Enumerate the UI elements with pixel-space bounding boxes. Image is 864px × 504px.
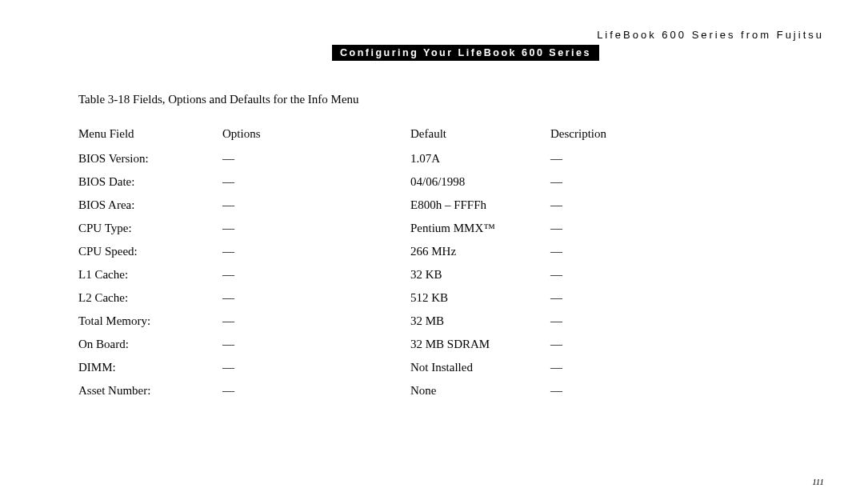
cell-description: — bbox=[550, 240, 726, 263]
cell-options: — bbox=[222, 379, 410, 402]
col-header-menu-field: Menu Field bbox=[78, 124, 222, 147]
cell-description: — bbox=[550, 194, 726, 217]
table-row: Total Memory:—32 MB— bbox=[78, 310, 726, 333]
cell-description: — bbox=[550, 379, 726, 402]
cell-default: None bbox=[410, 379, 550, 402]
table-body: BIOS Version:—1.07A—BIOS Date:—04/06/199… bbox=[78, 147, 726, 402]
cell-menu-field: L1 Cache: bbox=[78, 263, 222, 286]
table-row: CPU Speed:—266 MHz— bbox=[78, 240, 726, 263]
cell-default: 32 KB bbox=[410, 263, 550, 286]
table-row: On Board:—32 MB SDRAM— bbox=[78, 333, 726, 356]
col-header-default: Default bbox=[410, 124, 550, 147]
section-title-bar: Configuring Your LifeBook 600 Series bbox=[332, 45, 599, 61]
cell-menu-field: On Board: bbox=[78, 333, 222, 356]
cell-description: — bbox=[550, 286, 726, 310]
cell-description: — bbox=[550, 333, 726, 356]
cell-default: 32 MB SDRAM bbox=[410, 333, 550, 356]
cell-description: — bbox=[550, 147, 726, 170]
page-number: 111 bbox=[812, 477, 824, 486]
cell-menu-field: DIMM: bbox=[78, 356, 222, 379]
cell-default: 04/06/1998 bbox=[410, 170, 550, 194]
cell-options: — bbox=[222, 333, 410, 356]
col-header-description: Description bbox=[550, 124, 726, 147]
cell-default: Not Installed bbox=[410, 356, 550, 379]
cell-menu-field: Total Memory: bbox=[78, 310, 222, 333]
cell-menu-field: Asset Number: bbox=[78, 379, 222, 402]
cell-description: — bbox=[550, 170, 726, 194]
cell-menu-field: BIOS Version: bbox=[78, 147, 222, 170]
table-caption: Table 3-18 Fields, Options and Defaults … bbox=[78, 93, 824, 106]
cell-default: 1.07A bbox=[410, 147, 550, 170]
table-row: BIOS Version:—1.07A— bbox=[78, 147, 726, 170]
table-header-row: Menu Field Options Default Description bbox=[78, 124, 726, 147]
cell-menu-field: BIOS Area: bbox=[78, 194, 222, 217]
table-row: L1 Cache:—32 KB— bbox=[78, 263, 726, 286]
table-row: CPU Type:—Pentium MMX™— bbox=[78, 217, 726, 240]
cell-description: — bbox=[550, 217, 726, 240]
cell-options: — bbox=[222, 240, 410, 263]
cell-default: 266 MHz bbox=[410, 240, 550, 263]
cell-description: — bbox=[550, 310, 726, 333]
cell-description: — bbox=[550, 356, 726, 379]
cell-options: — bbox=[222, 356, 410, 379]
cell-menu-field: CPU Speed: bbox=[78, 240, 222, 263]
cell-default: E800h – FFFFh bbox=[410, 194, 550, 217]
table-row: BIOS Area:—E800h – FFFFh— bbox=[78, 194, 726, 217]
running-header: LifeBook 600 Series from Fujitsu bbox=[597, 29, 824, 41]
cell-default: 512 KB bbox=[410, 286, 550, 310]
cell-options: — bbox=[222, 194, 410, 217]
cell-menu-field: L2 Cache: bbox=[78, 286, 222, 310]
table-row: Asset Number:—None— bbox=[78, 379, 726, 402]
cell-options: — bbox=[222, 217, 410, 240]
cell-default: Pentium MMX™ bbox=[410, 217, 550, 240]
table-row: BIOS Date:—04/06/1998— bbox=[78, 170, 726, 194]
table-row: L2 Cache:—512 KB— bbox=[78, 286, 726, 310]
cell-options: — bbox=[222, 310, 410, 333]
cell-menu-field: CPU Type: bbox=[78, 217, 222, 240]
cell-default: 32 MB bbox=[410, 310, 550, 333]
cell-description: — bbox=[550, 263, 726, 286]
info-menu-table: Menu Field Options Default Description B… bbox=[78, 124, 726, 402]
cell-options: — bbox=[222, 170, 410, 194]
cell-options: — bbox=[222, 147, 410, 170]
cell-options: — bbox=[222, 286, 410, 310]
cell-menu-field: BIOS Date: bbox=[78, 170, 222, 194]
table-row: DIMM:—Not Installed— bbox=[78, 356, 726, 379]
cell-options: — bbox=[222, 263, 410, 286]
page-content: Table 3-18 Fields, Options and Defaults … bbox=[78, 93, 824, 402]
col-header-options: Options bbox=[222, 124, 410, 147]
